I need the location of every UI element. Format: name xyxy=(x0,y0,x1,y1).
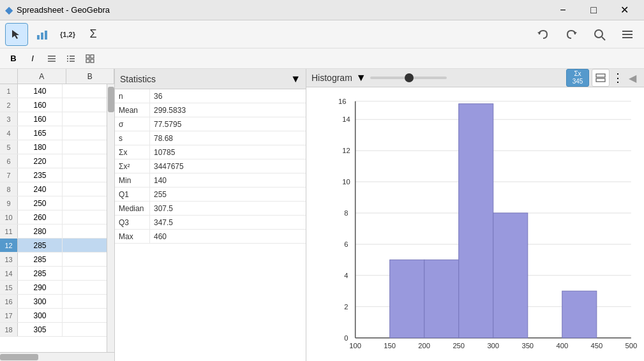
table-row[interactable]: 17300 xyxy=(0,309,107,323)
table-row[interactable]: 6220 xyxy=(0,154,107,168)
svg-text:14: 14 xyxy=(342,115,350,123)
cell-a[interactable]: 300 xyxy=(18,295,63,308)
cell-b[interactable] xyxy=(63,323,107,336)
stats-dropdown-icon[interactable]: ▼ xyxy=(290,73,301,85)
formatbar: B I xyxy=(0,48,644,69)
toolbar-left: {1,2} Σ xyxy=(5,23,105,46)
table-row[interactable]: 9250 xyxy=(0,196,107,210)
cell-a[interactable]: 285 xyxy=(18,253,63,266)
stats-label: Max xyxy=(115,230,150,243)
cell-b[interactable] xyxy=(63,196,107,210)
cell-b[interactable] xyxy=(63,126,107,140)
cell-b[interactable] xyxy=(63,140,107,154)
list-item: Min140 xyxy=(115,173,306,188)
layout-toggle-button[interactable] xyxy=(592,69,610,87)
cell-a[interactable]: 285 xyxy=(18,239,63,252)
cell-a[interactable]: 260 xyxy=(18,210,63,224)
scrollbar-thumb[interactable] xyxy=(108,87,114,112)
cell-b[interactable] xyxy=(63,168,107,182)
more-options-button[interactable]: ⋮ xyxy=(612,71,624,85)
table-row[interactable]: 18305 xyxy=(0,323,107,337)
cell-b[interactable] xyxy=(63,295,107,308)
maximize-button[interactable]: □ xyxy=(579,0,608,20)
cell-a[interactable]: 160 xyxy=(18,98,63,112)
bar-chart-tool-button[interactable] xyxy=(31,23,54,46)
cursor-tool-button[interactable] xyxy=(5,23,28,46)
table-row[interactable]: 13285 xyxy=(0,253,107,267)
bar-150-200 xyxy=(390,260,424,337)
bar-200-250 xyxy=(424,260,459,337)
cell-a[interactable]: 160 xyxy=(18,112,63,126)
svg-text:500: 500 xyxy=(625,342,637,349)
svg-rect-2 xyxy=(41,33,43,40)
list-item: n36 xyxy=(115,89,306,103)
italic-button[interactable]: I xyxy=(24,51,41,66)
minimize-button[interactable]: − xyxy=(548,0,578,20)
cell-a[interactable]: 300 xyxy=(18,309,63,322)
cell-a[interactable]: 285 xyxy=(18,267,63,280)
row-number: 18 xyxy=(0,323,18,336)
list-button[interactable] xyxy=(63,51,79,66)
grid-button[interactable] xyxy=(82,51,98,66)
cell-a[interactable]: 140 xyxy=(18,84,63,98)
table-row[interactable]: 8240 xyxy=(0,182,107,196)
cell-b[interactable] xyxy=(63,267,107,280)
table-row[interactable]: 4165 xyxy=(0,126,107,140)
collapse-button[interactable]: ◀ xyxy=(626,69,639,87)
cell-a[interactable]: 180 xyxy=(18,140,63,154)
sigma-stats-button[interactable]: Σx345 xyxy=(566,69,589,87)
table-row[interactable]: 2160 xyxy=(0,98,107,112)
cell-b[interactable] xyxy=(63,182,107,196)
cell-a[interactable]: 240 xyxy=(18,182,63,196)
redo-button[interactable] xyxy=(560,23,583,46)
cell-a[interactable]: 220 xyxy=(18,154,63,168)
svg-text:12: 12 xyxy=(342,147,350,154)
cell-b[interactable] xyxy=(63,98,107,112)
cell-a[interactable]: 290 xyxy=(18,281,63,294)
table-row[interactable]: 11280 xyxy=(0,225,107,239)
horizontal-scrollbar[interactable] xyxy=(0,353,114,361)
bold-button[interactable]: B xyxy=(5,51,22,66)
cell-b[interactable] xyxy=(63,154,107,168)
cell-b[interactable] xyxy=(63,239,107,252)
align-button[interactable] xyxy=(43,51,60,66)
list-item: Σx10785 xyxy=(115,145,306,159)
table-row[interactable]: 5180 xyxy=(0,140,107,154)
cell-b[interactable] xyxy=(63,281,107,294)
chart-area: 0 2 4 6 8 10 12 14 16 xyxy=(306,87,644,361)
histogram-dropdown-icon[interactable]: ▼ xyxy=(356,72,366,84)
table-row[interactable]: 15290 xyxy=(0,281,107,295)
cell-a[interactable]: 250 xyxy=(18,196,63,210)
undo-button[interactable] xyxy=(532,23,555,46)
cell-a[interactable]: 165 xyxy=(18,126,63,140)
svg-text:6: 6 xyxy=(344,240,348,248)
cell-b[interactable] xyxy=(63,309,107,322)
svg-text:4: 4 xyxy=(344,272,348,279)
cell-a[interactable]: 280 xyxy=(18,225,63,238)
table-row[interactable]: 7235 xyxy=(0,168,107,182)
slider-thumb[interactable] xyxy=(405,73,414,82)
table-row[interactable]: 12285 xyxy=(0,239,107,253)
vertical-scrollbar[interactable] xyxy=(107,84,114,352)
cell-b[interactable] xyxy=(63,225,107,238)
table-row[interactable]: 14285 xyxy=(0,267,107,281)
svg-rect-23 xyxy=(91,59,94,63)
search-button[interactable] xyxy=(588,23,611,46)
hscroll-thumb[interactable] xyxy=(0,354,38,360)
table-row[interactable]: 3160 xyxy=(0,112,107,126)
table-row[interactable]: 1140 xyxy=(0,84,107,98)
cell-b[interactable] xyxy=(63,253,107,266)
menu-button[interactable] xyxy=(616,23,639,46)
table-row[interactable]: 10260 xyxy=(0,210,107,225)
sigma-tool-button[interactable]: Σ xyxy=(82,23,105,46)
number-tool-button[interactable]: {1,2} xyxy=(56,23,79,46)
stats-value: 3447675 xyxy=(150,159,306,173)
cell-b[interactable] xyxy=(63,112,107,126)
cell-a[interactable]: 305 xyxy=(18,323,63,336)
table-row[interactable]: 16300 xyxy=(0,295,107,309)
cell-b[interactable] xyxy=(63,210,107,224)
cell-b[interactable] xyxy=(63,84,107,98)
bar-300-350 xyxy=(493,213,528,338)
cell-a[interactable]: 235 xyxy=(18,168,63,182)
close-button[interactable]: ✕ xyxy=(610,0,639,20)
